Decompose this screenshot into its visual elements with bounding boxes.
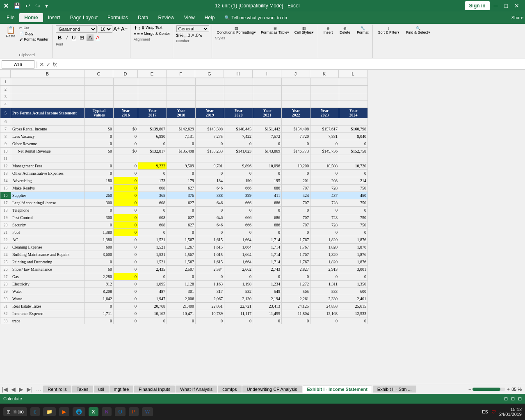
taskbar-powerpoint-btn[interactable]: P [129,407,139,416]
format-as-table-btn[interactable]: ⊞ Format as Table▾ [259,25,291,35]
taskbar-chrome-btn[interactable]: 🌐 [73,407,85,416]
table-row: 23 Cleaning Expense 60001,5211,2671,6151… [0,244,368,251]
start-button[interactable]: ⊞ Inicio [3,407,27,416]
italic-button[interactable]: I [64,34,69,41]
sheet-tab-mgt-fee[interactable]: mgt fee [110,386,134,393]
sheet-add-btn[interactable]: … [34,386,43,393]
conditional-formatting-btn[interactable]: ▤ Conditional Formatting▾ [215,25,258,35]
sheet-tab-financial-inputs[interactable]: Financial Inputs [134,386,175,393]
col-header-g: G [195,70,224,78]
close-btn[interactable]: ✕ [512,2,522,9]
undo-quick-btn[interactable]: ↩ [24,2,32,10]
align-middle-btn[interactable]: ↕ [138,25,141,31]
zoom-level: 85 % [511,387,522,392]
sheet-tab-whatif[interactable]: What-If Analysis [176,386,217,393]
minimize-btn[interactable]: ─ [491,2,500,9]
label-gross-rental: Gross Rental Income [11,126,85,133]
font-grow-btn[interactable]: A⁺ [113,26,120,32]
taskbar-media-btn[interactable]: ▶ [59,407,69,416]
taskbar-outlook-btn[interactable]: O [115,407,125,416]
taskbar-excel-btn[interactable]: X [89,407,98,416]
redo-quick-btn[interactable]: ↪ [34,2,42,10]
paste-button[interactable]: 📋 Paste [4,25,17,39]
underline-button[interactable]: U [70,34,77,41]
wrap-text-btn[interactable]: Wrap Text [146,25,162,31]
zoom-out-btn[interactable]: − [468,387,471,392]
sheet-nav-last[interactable]: ▶| [25,386,34,393]
tab-formulas[interactable]: Formulas [103,13,133,22]
tab-file[interactable]: File [2,13,19,22]
zoom-slider[interactable] [472,388,505,391]
tab-page-layout[interactable]: Page Layout [65,13,103,22]
formula-input[interactable] [59,60,523,68]
label-pool: Pool [11,229,85,236]
col-header-k: K [310,70,339,78]
view-page-btn[interactable]: ⊟ [518,396,522,402]
sheet-tab-comfps[interactable]: comfps [218,386,241,393]
insert-cells-btn[interactable]: ⊕ Insert [322,25,335,57]
sheet-nav-next[interactable]: ▶ [17,386,25,393]
bold-button[interactable]: B [56,34,64,41]
customize-quick-btn[interactable]: ▾ [43,2,50,10]
sheet-tab-taxes[interactable]: Taxes [72,386,93,393]
cancel-formula-icon[interactable]: ✕ [39,61,44,68]
tab-insert[interactable]: Insert [43,13,65,22]
confirm-formula-icon[interactable]: ✓ [46,61,51,68]
tab-view[interactable]: View [179,13,200,22]
cut-button[interactable]: ✂ Cut [18,25,50,30]
taskbar-folder-btn[interactable]: 📁 [43,407,56,416]
cell-reference-box[interactable] [2,60,34,68]
tab-home[interactable]: Home [19,13,43,22]
dec-increase-btn[interactable]: .0↗ [186,33,194,38]
align-bottom-btn[interactable]: ⬇ [141,25,145,31]
sheet-nav-prev[interactable]: ◀ [9,386,17,393]
taskbar-word-btn[interactable]: W [142,407,153,416]
tab-review[interactable]: Review [153,13,179,22]
format-cells-btn[interactable]: 🔧 Format [355,25,370,57]
format-painter-button[interactable]: 🖌 Format Painter [18,37,50,42]
comma-btn[interactable]: , [184,33,185,38]
sort-filter-btn[interactable]: ↕ Sort & Filter▾ [376,25,401,57]
align-top-btn[interactable]: ⬆ [134,25,137,31]
copy-button[interactable]: 📄 Copy [18,31,50,36]
tab-data[interactable]: Data [133,13,153,22]
merge-center-btn[interactable]: Merge & Center [144,32,170,37]
label-legal: Legal/Accounting/License [11,199,85,207]
dec-decrease-btn[interactable]: .0↘ [195,33,202,38]
header-typical: TypicalValues [85,108,114,118]
table-scroll-area[interactable]: 1 2 3 4 5 Pro Forma Actual Income Statem… [0,78,525,324]
font-color-button[interactable]: A [94,34,101,41]
delete-cells-btn[interactable]: ⊖ Delete [338,25,352,57]
save-quick-btn[interactable]: 💾 [12,2,22,10]
cell-styles-btn[interactable]: ▥ Cell Styles▾ [292,25,315,35]
currency-btn[interactable]: $ [176,33,179,38]
zoom-in-btn[interactable]: + [507,387,509,392]
sheet-tab-exhibit1[interactable]: Exhibit I - Income Statement [303,386,372,393]
font-name-select[interactable]: Garamond [56,25,97,33]
align-left-btn[interactable]: ≡ [134,32,136,37]
border-button[interactable]: ⊞ [78,34,86,41]
percent-btn[interactable]: % [180,33,184,38]
taskbar-onenote-btn[interactable]: N [102,407,112,416]
tab-help[interactable]: Help [200,13,220,22]
align-right-btn[interactable]: ≡ [141,32,143,37]
sheet-tab-exhibit2[interactable]: Exhibit II - Stm ... [373,386,416,393]
sheet-nav-first[interactable]: |◀ [0,386,9,393]
view-normal-btn[interactable]: ⊞ [504,396,508,402]
font-shrink-btn[interactable]: A⁻ [121,26,127,32]
sheet-tab-underwriting[interactable]: Underwriting CF Analysis [242,386,302,393]
insert-function-icon[interactable]: fx [52,61,57,68]
label-trace: trace [11,317,85,324]
sheet-tab-util[interactable]: util [94,386,109,393]
sheet-tab-rent-rolls[interactable]: Rent rolls [43,386,71,393]
find-select-btn[interactable]: 🔍 Find & Select▾ [404,25,432,57]
sign-in-button[interactable]: Sign in [465,1,490,10]
fill-color-button[interactable]: A [87,34,94,41]
restore-btn[interactable]: □ [502,2,510,9]
align-center-btn[interactable]: ≡ [137,32,139,37]
view-layout-btn[interactable]: ⊡ [511,396,515,402]
number-format-select[interactable]: General [176,25,209,32]
font-size-select[interactable]: 10 [98,25,112,33]
tab-search[interactable]: 🔍 Tell me what you want to do [219,14,292,22]
taskbar-ie-btn[interactable]: e [30,407,40,416]
